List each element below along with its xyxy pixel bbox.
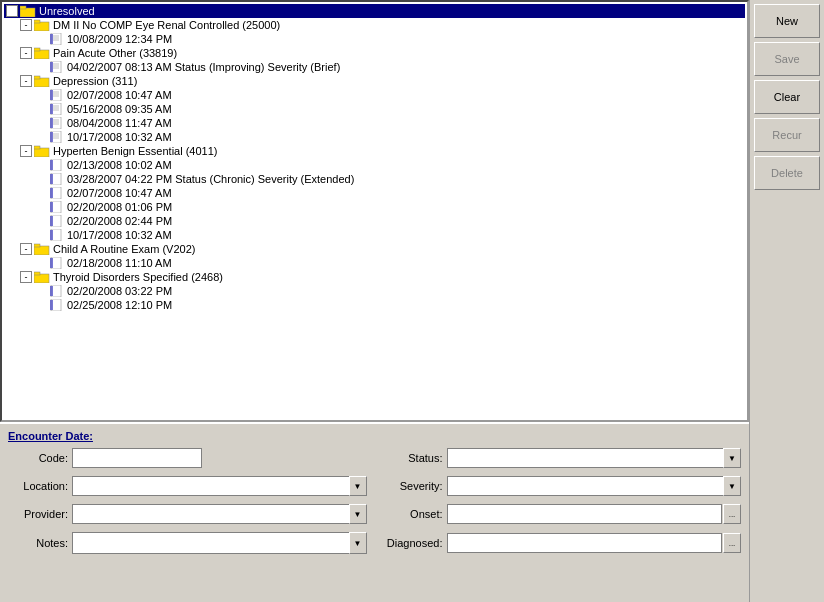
recur-button[interactable]: Recur — [754, 118, 820, 152]
tree-hyp-child-6: 10/17/2008 10:32 AM — [67, 229, 172, 241]
svg-rect-1 — [20, 6, 26, 9]
doc-icon-thy-1 — [50, 285, 64, 297]
onset-browse-button[interactable]: ... — [723, 504, 741, 524]
tree-item-hyp-5[interactable]: 02/20/2008 02:44 PM — [4, 214, 745, 228]
tree-item-pain-1[interactable]: 04/02/2007 08:13 AM Status (Improving) S… — [4, 60, 745, 74]
tree-item-dm-1[interactable]: 10/08/2009 12:34 PM — [4, 32, 745, 46]
severity-label: Severity: — [383, 480, 443, 492]
tree-item-thy-2[interactable]: 02/25/2008 12:10 PM — [4, 298, 745, 312]
notes-label: Notes: — [8, 537, 68, 549]
tree-item-thy-1[interactable]: 02/20/2008 03:22 PM — [4, 284, 745, 298]
svg-rect-16 — [34, 78, 49, 87]
toggle-depression[interactable]: - — [20, 75, 32, 87]
svg-rect-0 — [20, 8, 35, 17]
tree-item-dep-1[interactable]: 02/07/2008 10:47 AM — [4, 88, 745, 102]
svg-rect-2 — [34, 22, 49, 31]
save-button[interactable]: Save — [754, 42, 820, 76]
status-select[interactable] — [447, 448, 742, 468]
tree-item-thyroid[interactable]: - Thyroid Disorders Specified (2468) — [4, 270, 745, 284]
doc-icon-hyp-5 — [50, 215, 64, 227]
onset-label: Onset: — [383, 508, 443, 520]
svg-rect-56 — [34, 274, 49, 283]
diagnosed-label: Diagnosed: — [383, 537, 443, 549]
svg-rect-53 — [34, 244, 40, 247]
tree-item-hyp-3[interactable]: 02/07/2008 10:47 AM — [4, 186, 745, 200]
tree-thy-child-2: 02/25/2008 12:10 PM — [67, 299, 172, 311]
notes-input[interactable] — [72, 532, 367, 554]
tree-ca-child-1: 02/18/2008 11:10 AM — [67, 257, 172, 269]
svg-rect-17 — [34, 76, 40, 79]
svg-rect-3 — [34, 20, 40, 23]
svg-rect-59 — [50, 286, 53, 296]
right-panel: New Save Clear Recur Delete — [750, 0, 824, 602]
tree-item-hyp-1[interactable]: 02/13/2008 10:02 AM — [4, 158, 745, 172]
severity-select-wrapper: ▼ — [447, 476, 742, 496]
tree-dep-child-1: 02/07/2008 10:47 AM — [67, 89, 172, 101]
tree-item-child-a[interactable]: - Child A Routine Exam (V202) — [4, 242, 745, 256]
new-button[interactable]: New — [754, 4, 820, 38]
onset-input[interactable] — [447, 504, 723, 524]
tree-thyroid-label: Thyroid Disorders Specified (2468) — [53, 271, 223, 283]
toggle-root[interactable]: - — [6, 5, 18, 17]
tree-hyp-child-2: 03/28/2007 04:22 PM Status (Chronic) Sev… — [67, 173, 354, 185]
location-label: Location: — [8, 480, 68, 492]
tree-root[interactable]: - Unresolved — [4, 4, 745, 18]
svg-rect-37 — [50, 132, 53, 142]
tree-dm-label: DM II No COMP Eye Renal Controlled (2500… — [53, 19, 280, 31]
tree-item-dep-4[interactable]: 10/17/2008 10:32 AM — [4, 130, 745, 144]
svg-rect-38 — [34, 148, 49, 157]
tree-item-dep-3[interactable]: 08/04/2008 11:47 AM — [4, 116, 745, 130]
encounter-date-label: Encounter Date: — [8, 430, 741, 442]
tree-item-hyp-2[interactable]: 03/28/2007 04:22 PM Status (Chronic) Sev… — [4, 172, 745, 186]
tree-item-ca-1[interactable]: 02/18/2008 11:10 AM — [4, 256, 745, 270]
tree-item-hyp-4[interactable]: 02/20/2008 01:06 PM — [4, 200, 745, 214]
status-select-wrapper: ▼ — [447, 448, 742, 468]
doc-icon-hyp-2 — [50, 173, 64, 185]
tree-item-depression[interactable]: - Depression (311) — [4, 74, 745, 88]
doc-icon-dep-4 — [50, 131, 64, 143]
tree-area[interactable]: - Unresolved - DM II — [0, 0, 749, 422]
tree-item-dep-2[interactable]: 05/16/2008 09:35 AM — [4, 102, 745, 116]
toggle-child-a[interactable]: - — [20, 243, 32, 255]
clear-button[interactable]: Clear — [754, 80, 820, 114]
diagnosed-browse-button[interactable]: ... — [723, 533, 741, 553]
svg-rect-39 — [34, 146, 40, 149]
toggle-dm[interactable]: - — [20, 19, 32, 31]
tree-hypertension-label: Hyperten Benign Essential (4011) — [53, 145, 217, 157]
code-input[interactable] — [72, 448, 202, 468]
diagnosed-input[interactable] — [447, 533, 723, 553]
svg-rect-43 — [50, 174, 53, 184]
status-row: Status: ▼ — [383, 448, 742, 468]
folder-icon-root — [20, 5, 36, 17]
doc-icon-hyp-4 — [50, 201, 64, 213]
notes-select-wrapper: ▼ — [72, 532, 367, 554]
folder-icon-pain — [34, 47, 50, 59]
svg-rect-15 — [50, 62, 53, 72]
status-label: Status: — [383, 452, 443, 464]
severity-select[interactable] — [447, 476, 742, 496]
tree-item-hypertension[interactable]: - Hyperten Benign Essential (4011) — [4, 144, 745, 158]
onset-row: Onset: ... — [383, 504, 742, 524]
tree-item-pain[interactable]: - Pain Acute Other (33819) — [4, 46, 745, 60]
svg-rect-10 — [34, 48, 40, 51]
delete-button[interactable]: Delete — [754, 156, 820, 190]
tree-item-hyp-6[interactable]: 10/17/2008 10:32 AM — [4, 228, 745, 242]
toggle-pain[interactable]: - — [20, 47, 32, 59]
doc-icon-pain-1 — [50, 61, 64, 73]
svg-rect-9 — [34, 50, 49, 59]
tree-thy-child-1: 02/20/2008 03:22 PM — [67, 285, 172, 297]
tree-item-dm[interactable]: - DM II No COMP Eye Renal Controlled (25… — [4, 18, 745, 32]
provider-select[interactable] — [72, 504, 367, 524]
toggle-thyroid[interactable]: - — [20, 271, 32, 283]
tree-hyp-child-1: 02/13/2008 10:02 AM — [67, 159, 172, 171]
folder-icon-depression — [34, 75, 50, 87]
code-label: Code: — [8, 452, 68, 464]
tree-dep-child-2: 05/16/2008 09:35 AM — [67, 103, 172, 115]
toggle-hypertension[interactable]: - — [20, 145, 32, 157]
location-select[interactable] — [72, 476, 367, 496]
tree-hyp-child-5: 02/20/2008 02:44 PM — [67, 215, 172, 227]
left-panel: - Unresolved - DM II — [0, 0, 750, 602]
svg-rect-52 — [34, 246, 49, 255]
doc-icon-dep-1 — [50, 89, 64, 101]
severity-row: Severity: ▼ — [383, 476, 742, 496]
